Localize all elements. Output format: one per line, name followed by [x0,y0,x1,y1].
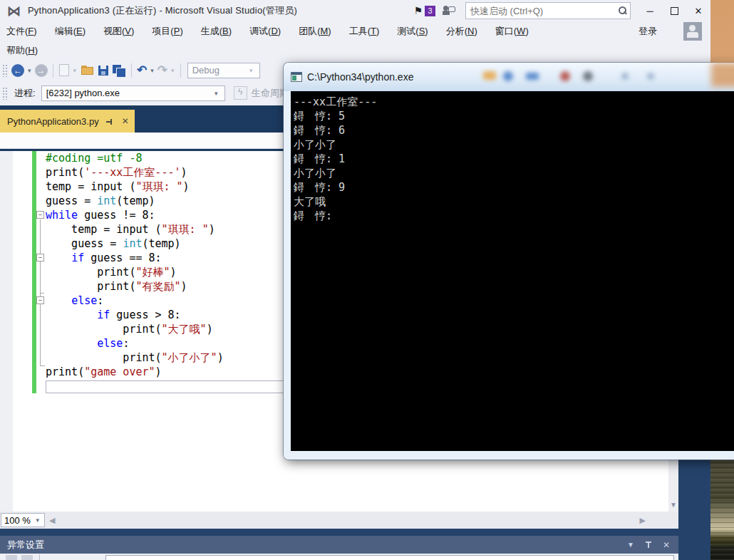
console-line-8: 大了哦 [294,195,734,209]
undo-button[interactable]: ↶ [137,64,147,76]
toolbar-grip[interactable] [2,64,7,77]
menu-bar: 文件(F)编辑(E)视图(V)项目(P)生成(B)调试(D)团队(M)工具(T)… [0,21,710,41]
code-line-12[interactable]: if guess > 8: [46,308,224,322]
open-file-button[interactable] [81,66,93,75]
navigate-back-button[interactable]: ← [11,64,24,77]
code-line-10[interactable]: print("有奖励") [46,279,224,294]
menu-item-1-2[interactable]: 视图(V) [97,23,140,40]
menu-item-1-3[interactable]: 项目(P) [145,23,189,40]
panel-toolbar-separator [39,554,40,560]
code-line-3[interactable]: temp = input ("琪琪: ") [46,180,224,194]
process-label: 进程: [14,87,36,100]
menu-item-2-0[interactable]: 帮助(H) [0,42,44,59]
zoom-level-combo[interactable]: 100 %▾ [1,513,45,527]
menu-item-1-1[interactable]: 编辑(E) [48,23,92,40]
console-line-4: 小了小了 [294,138,734,152]
title-bar: ⋈ PythonApplication3 (正在运行) - Microsoft … [0,0,710,21]
code-line-16[interactable]: print("game over") [46,365,224,379]
code-area[interactable]: #coding =utf -8print('---xx工作室---')temp … [46,151,224,379]
panel-pin-icon[interactable] [644,541,653,549]
code-line-8[interactable]: if guess == 8: [46,251,224,265]
console-title-text: C:\Python34\python.exe [307,71,413,83]
visual-studio-logo-icon: ⋈ [7,3,21,19]
save-all-button[interactable] [113,65,125,76]
toolbar-grip[interactable] [2,87,7,100]
tab-pythonapplication3[interactable]: PythonApplication3.py ✕ [0,110,135,133]
console-line-5: 鐞 悙: 1 [294,152,734,166]
search-icon[interactable] [617,6,627,16]
lifecycle-events-icon[interactable]: ϟ [234,86,247,100]
save-button[interactable] [98,66,108,76]
sign-in-link[interactable]: 登录 [632,23,663,40]
maximize-button[interactable] [662,2,686,19]
pin-tab-icon[interactable] [106,118,115,126]
new-file-dropdown[interactable]: ▾ [73,67,77,74]
console-output[interactable]: ---xx工作室---鐞 悙: 5鐞 悙: 6小了小了鐞 悙: 1小了小了鐞 悙… [291,91,734,451]
desktop-texture [710,460,734,560]
console-line-6: 小了小了 [294,166,734,180]
code-line-13[interactable]: print("大了哦") [46,322,224,336]
redo-button[interactable]: ↷ [157,64,167,76]
scroll-down-arrow-icon[interactable]: ▼ [668,501,678,509]
lifecycle-events-label: 生命周期 [252,87,289,100]
collapse-region-else[interactable]: − [36,296,44,304]
minimize-button[interactable]: ─ [638,2,662,19]
code-line-2[interactable]: print('---xx工作室---') [46,165,224,180]
breakpoint-margin[interactable] [0,151,13,512]
code-line-15[interactable]: print("小了小了") [46,351,224,365]
menu-item-1-10[interactable]: 窗口(W) [489,23,535,40]
collapse-region-while[interactable]: − [36,211,44,219]
code-line-1[interactable]: #coding =utf -8 [46,151,224,165]
notifications-flag-icon[interactable]: ⚑ [413,5,423,16]
feedback-person-icon[interactable] [443,6,455,16]
code-line-4[interactable]: guess = int(temp) [46,194,224,208]
navigate-back-dropdown[interactable]: ▾ [28,67,31,74]
scroll-left-arrow-icon[interactable]: ◀ [49,516,55,525]
quick-launch-input[interactable] [466,6,617,16]
code-line-9[interactable]: print("好棒") [46,265,224,279]
toolbar-separator [180,63,181,78]
solution-configuration-combo[interactable]: Debug▾ [187,63,260,78]
menu-item-1-5[interactable]: 调试(D) [243,23,287,40]
panel-search-box[interactable] [105,555,674,560]
editor-bottom-bar: 100 %▾ ◀ ▶ [0,512,678,529]
code-line-14[interactable]: else: [46,336,224,351]
notification-count-badge[interactable]: 3 [425,6,435,16]
undo-dropdown[interactable]: ▾ [150,67,154,74]
collapse-region-if[interactable]: − [36,254,44,261]
close-button[interactable]: ✕ [686,2,710,19]
account-avatar[interactable] [683,22,702,41]
code-line-11[interactable]: else: [46,294,224,308]
navigate-forward-button[interactable]: → [35,64,48,77]
code-line-5[interactable]: while guess != 8: [46,208,224,222]
outline-guide-hook [40,293,44,294]
panel-toolbar-icon[interactable] [21,555,33,560]
console-line-7: 鐞 悙: 9 [294,180,734,195]
scroll-right-arrow-icon[interactable]: ▶ [640,516,646,525]
panel-options-chevron-icon[interactable]: ▼ [627,541,634,549]
new-file-button[interactable] [59,64,69,76]
code-line-7[interactable]: guess = int(temp) [46,237,224,251]
panel-toolbar-icon[interactable] [6,555,17,560]
redo-dropdown[interactable]: ▾ [171,67,175,74]
quick-launch-search[interactable] [465,2,631,19]
menu-item-1-9[interactable]: 分析(N) [440,23,484,40]
panel-close-icon[interactable]: ✕ [663,540,670,550]
title-bar-right: ⚑ 3 ─ ✕ [413,0,710,21]
change-tracking-bar [32,151,36,393]
menu-item-1-6[interactable]: 团队(M) [292,23,338,40]
menu-items-row2: 帮助(H) [0,42,49,59]
exception-settings-title-bar[interactable]: 异常设置 ▼ ✕ [0,536,678,554]
process-combo[interactable]: [6232] python.exe▾ [41,85,225,101]
menu-item-1-4[interactable]: 生成(B) [195,23,238,40]
menu-item-1-7[interactable]: 工具(T) [343,23,386,40]
menu-items: 文件(F)编辑(E)视图(V)项目(P)生成(B)调试(D)团队(M)工具(T)… [0,23,540,40]
code-line-6[interactable]: temp = input ("琪琪: ") [46,222,224,237]
menu-item-1-0[interactable]: 文件(F) [0,23,43,40]
console-title-bar[interactable]: C:\Python34\python.exe [291,68,413,85]
window-title: PythonApplication3 (正在运行) - Microsoft Vi… [28,4,297,17]
close-tab-icon[interactable]: ✕ [122,116,129,126]
python-console-window[interactable]: C:\Python34\python.exe ---xx工作室---鐞 悙: 5… [284,63,734,460]
toolbar-separator [131,63,132,78]
menu-item-1-8[interactable]: 测试(S) [391,23,434,40]
